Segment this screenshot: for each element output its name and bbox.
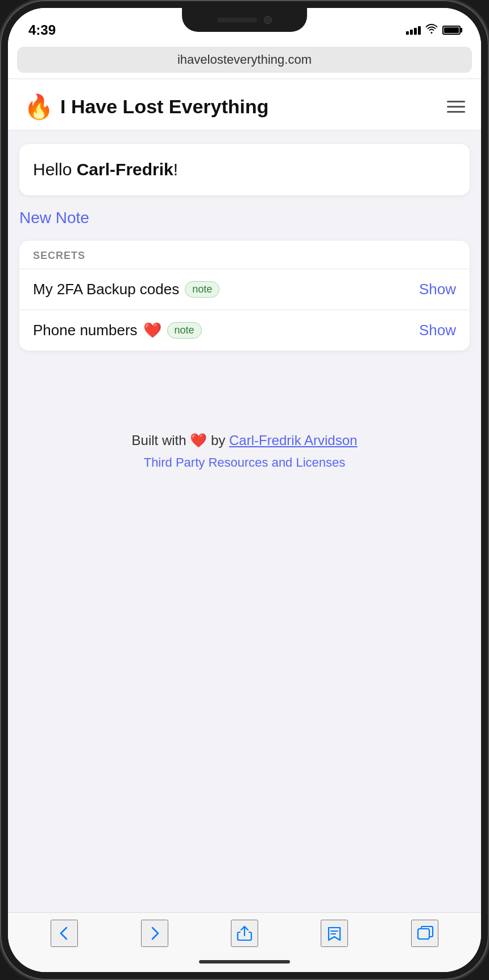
greeting-name: Carl-Fredrik bbox=[77, 160, 173, 179]
hello-text: Hello Carl-Fredrik! bbox=[33, 160, 178, 179]
secrets-card: SECRETS My 2FA Backup codes note Show Ph… bbox=[19, 241, 470, 351]
back-icon bbox=[55, 924, 73, 942]
hamburger-line-1 bbox=[447, 101, 465, 102]
site-footer: Built with ❤️ by Carl-Fredrik Arvidson T… bbox=[8, 410, 481, 487]
bookmarks-icon bbox=[325, 924, 343, 942]
back-button[interactable] bbox=[51, 920, 78, 947]
new-note-link[interactable]: New Note bbox=[19, 207, 89, 229]
url-bar[interactable]: ihavelosteverything.com bbox=[17, 47, 472, 73]
phone-screen: 4:39 bbox=[8, 8, 481, 972]
secret-title-1: My 2FA Backup codes bbox=[33, 281, 179, 298]
site-title: I Have Lost Everything bbox=[60, 96, 269, 118]
notch bbox=[182, 8, 307, 32]
bookmarks-button[interactable] bbox=[321, 920, 348, 947]
secret-name-1: My 2FA Backup codes note bbox=[33, 281, 412, 298]
site-header: 🔥 I Have Lost Everything bbox=[8, 79, 481, 130]
footer-by: by bbox=[211, 433, 225, 448]
greeting-prefix: Hello bbox=[33, 160, 77, 179]
footer-licenses-link[interactable]: Third Party Resources and Licenses bbox=[19, 455, 470, 470]
secret-row-1: My 2FA Backup codes note Show bbox=[19, 269, 470, 310]
signal-bars bbox=[406, 26, 421, 35]
share-icon bbox=[235, 924, 254, 942]
tabs-button[interactable] bbox=[411, 920, 438, 947]
secret-show-2[interactable]: Show bbox=[419, 322, 456, 339]
secret-badge-1: note bbox=[185, 281, 219, 298]
secret-emoji-2: ❤️ bbox=[143, 322, 161, 339]
greeting-suffix: ! bbox=[173, 160, 178, 179]
forward-button[interactable] bbox=[141, 920, 168, 947]
footer-author-link[interactable]: Carl-Fredrik Arvidson bbox=[229, 433, 357, 448]
battery-fill bbox=[444, 27, 459, 33]
flame-icon: 🔥 bbox=[24, 93, 53, 121]
spacer bbox=[19, 351, 470, 396]
footer-heart: ❤️ bbox=[190, 433, 211, 448]
signal-bar-4 bbox=[418, 26, 421, 35]
footer-built-with: Built with bbox=[132, 433, 187, 448]
secrets-section-header: SECRETS bbox=[19, 241, 470, 269]
notch-speaker bbox=[217, 18, 257, 22]
tabs-icon bbox=[416, 924, 434, 942]
status-icons bbox=[406, 24, 461, 37]
status-bar: 4:39 bbox=[8, 8, 481, 42]
signal-bar-1 bbox=[406, 31, 409, 35]
phone-frame: 4:39 bbox=[0, 0, 489, 980]
notch-camera bbox=[264, 16, 272, 24]
secret-title-2: Phone numbers bbox=[33, 322, 138, 339]
signal-bar-3 bbox=[414, 28, 417, 35]
signal-bar-2 bbox=[410, 30, 413, 35]
status-time: 4:39 bbox=[28, 22, 56, 38]
safari-bottom-bar bbox=[8, 912, 481, 952]
page-content: Hello Carl-Fredrik! New Note SECRETS My … bbox=[8, 130, 481, 410]
share-button[interactable] bbox=[231, 920, 258, 947]
svg-rect-0 bbox=[418, 929, 429, 939]
home-indicator bbox=[8, 952, 481, 972]
secret-row-2: Phone numbers ❤️ note Show bbox=[19, 310, 470, 351]
home-bar bbox=[199, 960, 290, 963]
secret-name-2: Phone numbers ❤️ note bbox=[33, 322, 412, 339]
secret-badge-2: note bbox=[167, 322, 202, 339]
content-area: 🔥 I Have Lost Everything Hello Carl-Fred… bbox=[8, 79, 481, 912]
battery-icon bbox=[442, 26, 461, 35]
browser-bar: ihavelosteverything.com bbox=[8, 42, 481, 79]
secret-show-1[interactable]: Show bbox=[419, 281, 456, 298]
logo-area: 🔥 I Have Lost Everything bbox=[24, 93, 269, 121]
wifi-icon bbox=[425, 24, 438, 37]
footer-text: Built with ❤️ by Carl-Fredrik Arvidson bbox=[19, 433, 470, 448]
forward-icon bbox=[146, 924, 164, 942]
hamburger-line-2 bbox=[447, 106, 465, 108]
hamburger-menu-button[interactable] bbox=[447, 101, 465, 113]
hamburger-line-3 bbox=[447, 111, 465, 113]
hello-card: Hello Carl-Fredrik! bbox=[19, 144, 470, 195]
